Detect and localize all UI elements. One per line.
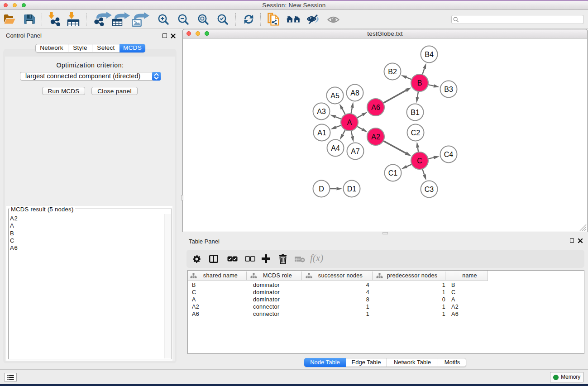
svg-text:B4: B4	[425, 51, 434, 58]
svg-text:B2: B2	[388, 68, 397, 76]
svg-text:B: B	[417, 79, 422, 87]
svg-text:A7: A7	[351, 148, 360, 155]
svg-text:A4: A4	[331, 144, 340, 152]
svg-text:A8: A8	[350, 89, 359, 97]
svg-text:A: A	[347, 119, 352, 126]
svg-text:A1: A1	[317, 129, 326, 137]
svg-text:B1: B1	[411, 109, 420, 116]
svg-text:C4: C4	[444, 151, 454, 158]
svg-text:C1: C1	[388, 169, 398, 177]
svg-text:A3: A3	[317, 108, 326, 115]
svg-text:B3: B3	[444, 86, 453, 93]
svg-text:C: C	[417, 157, 422, 165]
svg-text:C3: C3	[425, 186, 434, 193]
svg-text:D: D	[319, 185, 324, 193]
svg-text:A6: A6	[371, 104, 380, 111]
svg-text:A2: A2	[371, 133, 380, 141]
svg-text:C2: C2	[411, 129, 421, 137]
svg-text:A5: A5	[330, 92, 339, 100]
svg-text:D1: D1	[347, 185, 357, 193]
